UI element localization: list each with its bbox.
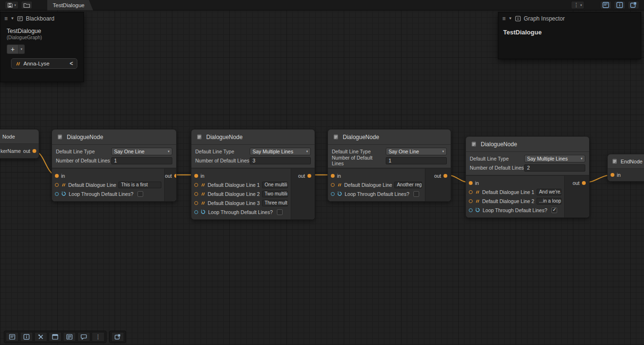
dialogue-line-field[interactable]: Another regu — [394, 182, 422, 188]
node-title-bar[interactable]: DialogueNode — [52, 129, 176, 145]
out-port[interactable] — [174, 174, 176, 178]
loop-port[interactable] — [194, 210, 198, 214]
open-preview-button[interactable] — [628, 1, 639, 9]
dropdown-value: Say One Line — [114, 149, 145, 154]
loop-checkbox[interactable] — [277, 209, 283, 215]
dialogue-line-field[interactable]: Three multilin — [262, 200, 288, 206]
graph-tab[interactable]: TestDialogue — [47, 0, 93, 11]
panel-title: Graph Inspector — [524, 15, 565, 22]
chevron-down-icon: ▾ — [579, 157, 582, 161]
in-port[interactable] — [194, 174, 198, 178]
quote-icon — [337, 183, 342, 187]
field-value: Three multilin — [264, 200, 288, 205]
out-port[interactable] — [32, 149, 36, 153]
field-value: One multiline — [264, 182, 288, 187]
toggle-blackboard-button[interactable] — [600, 1, 612, 9]
dialogue-line-field[interactable]: ...in a loop — [537, 198, 561, 205]
tools-button[interactable] — [34, 332, 47, 342]
dialogue-line-port[interactable] — [194, 192, 198, 196]
loop-icon — [61, 191, 66, 196]
dialogue-line-field[interactable]: And we're... — [537, 189, 561, 195]
dialogue-line-port[interactable] — [469, 190, 473, 194]
toggle-inspector-button[interactable] — [614, 1, 625, 9]
in-port[interactable] — [469, 181, 473, 185]
in-port[interactable] — [331, 174, 335, 178]
loop-port[interactable] — [55, 192, 59, 196]
node-title-bar[interactable]: EndNode — [608, 154, 644, 169]
num-lines-field[interactable]: 3 — [250, 157, 311, 164]
external-window-icon — [630, 2, 637, 8]
node-title-bar[interactable]: DialogueNode — [466, 137, 589, 152]
line-type-dropdown[interactable]: Say One Line ▾ — [386, 148, 447, 155]
chevron-left-icon[interactable]: < — [70, 60, 73, 67]
hamburger-icon[interactable]: ≡ — [4, 15, 8, 22]
dialogue-node-2[interactable]: DialogueNode Default Line Type Say Multi… — [191, 129, 315, 220]
dialogue-line-port[interactable] — [194, 201, 198, 205]
node-title-bar[interactable]: DialogueNode — [328, 129, 451, 145]
port-label: out — [434, 173, 441, 179]
end-node[interactable]: EndNode in — [607, 154, 644, 182]
inspector-icon — [515, 16, 521, 22]
more-options-button[interactable]: ⋮ — [92, 332, 105, 342]
quote-icon — [61, 183, 66, 187]
inspector-header[interactable]: ≡ ▼ Graph Inspector — [498, 12, 641, 24]
port-label: Default Dialogue Line 2 — [482, 198, 534, 204]
num-lines-field[interactable]: 1 — [111, 157, 172, 164]
save-button[interactable]: ▾ — [5, 1, 19, 9]
line-type-dropdown[interactable]: Say Multiple Lines ▾ — [250, 148, 311, 155]
line-type-dropdown[interactable]: Say One Line ▾ — [111, 148, 172, 155]
in-port[interactable] — [611, 173, 614, 177]
node-title-bar[interactable]: DialogueNode — [191, 129, 315, 145]
dialogue-line-field[interactable]: Two multiline — [262, 191, 288, 197]
hamburger-icon[interactable]: ≡ — [502, 15, 506, 22]
out-port[interactable] — [307, 174, 311, 178]
line-type-dropdown[interactable]: Say Multiple Lines ▾ — [524, 155, 585, 162]
loop-port[interactable] — [331, 192, 335, 196]
blackboard-graph-name: TestDialogue — [0, 24, 84, 34]
add-field-dropdown[interactable]: ▾ — [19, 44, 25, 54]
node-title-bar[interactable]: Node — [0, 129, 39, 144]
dropdown-value: Say Multiple Lines — [253, 149, 293, 154]
dialogue-line-field[interactable]: One multiline — [262, 182, 288, 188]
out-port[interactable] — [582, 181, 586, 185]
num-lines-field[interactable]: 2 — [524, 164, 585, 172]
loop-checkbox[interactable] — [413, 191, 419, 197]
dialogue-line-port[interactable] — [55, 183, 59, 187]
window-icon — [52, 334, 58, 340]
port-label: kerName — [0, 148, 21, 154]
dialogue-preview-button[interactable] — [77, 332, 90, 342]
loop-port[interactable] — [469, 208, 473, 212]
dialogue-line-port[interactable] — [194, 183, 198, 187]
info-button[interactable] — [20, 332, 33, 342]
dialogue-node-1[interactable]: DialogueNode Default Line Type Say One L… — [52, 129, 177, 202]
dialogue-line-port[interactable] — [469, 199, 473, 203]
panel-title: Blackboard — [26, 15, 54, 22]
quote-icon — [201, 192, 205, 196]
dialogue-node-4[interactable]: DialogueNode Default Line Type Say Multi… — [465, 136, 590, 218]
in-port[interactable] — [55, 174, 59, 178]
editor-window: Node kerName out DialogueNode Default Li… — [0, 0, 644, 345]
blackboard-header[interactable]: ≡ ▼ Blackboard — [0, 12, 84, 24]
add-field-button[interactable]: + — [7, 44, 19, 54]
field-value: Another regu — [397, 182, 422, 187]
num-lines-field[interactable]: 1 — [386, 157, 447, 164]
loop-checkbox[interactable] — [137, 191, 143, 197]
speaker-node-partial[interactable]: Node kerName out — [0, 129, 39, 159]
dialogue-line-field[interactable]: This is a first — [118, 182, 161, 188]
dialogue-line-port[interactable] — [331, 183, 335, 187]
console-button[interactable] — [6, 332, 19, 342]
dialogue-node-3[interactable]: DialogueNode Default Line Type Say One L… — [327, 129, 451, 202]
foldout-icon[interactable]: ▼ — [11, 16, 14, 21]
loop-checkbox[interactable] — [551, 207, 557, 213]
out-port[interactable] — [443, 174, 447, 178]
top-toolbar: ▾ TestDialogue ⋮ ▾ — [0, 0, 644, 11]
window-button[interactable] — [49, 332, 62, 342]
open-folder-button[interactable] — [21, 1, 32, 9]
blackboard-button[interactable] — [63, 332, 76, 342]
port-label: Loop Through Default Lines? — [69, 191, 133, 197]
foldout-icon[interactable]: ▼ — [508, 16, 512, 21]
blackboard-field-anna-lyse[interactable]: Anna-Lyse < — [11, 58, 77, 69]
more-menu-button[interactable]: ⋮ ▾ — [571, 1, 584, 9]
open-external-button[interactable] — [111, 332, 124, 342]
port-label: out — [298, 173, 305, 179]
